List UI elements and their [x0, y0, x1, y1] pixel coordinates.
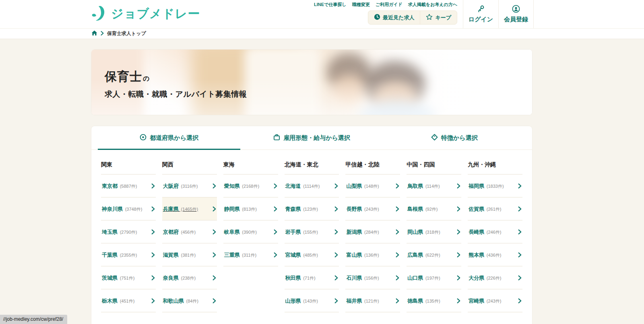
chevron-right-icon — [213, 298, 216, 303]
prefecture-link[interactable]: 和歌山県 (84件) — [162, 289, 217, 312]
selector-tabs: 都道府県から選択 雇用形態・給与から選択 特徴から選択 — [91, 126, 532, 150]
prefecture-count: (123件) — [303, 207, 318, 212]
prefecture-link[interactable]: 長崎県 (246件) — [468, 220, 522, 243]
prefecture-link[interactable]: 宮城県 (485件) — [285, 243, 339, 266]
chevron-right-icon — [457, 183, 460, 189]
prefecture-link[interactable]: 秋田県 (71件) — [285, 266, 339, 289]
link-post-jobs[interactable]: 求人掲載をお考えの方へ — [408, 2, 457, 8]
tab-label: 雇用形態・給与から選択 — [283, 134, 350, 142]
prefecture-link[interactable]: 長野県 (243件) — [345, 197, 400, 220]
chevron-right-icon — [151, 275, 155, 280]
region-title: 東海 — [223, 161, 278, 174]
prefecture-link[interactable]: 福岡県 (1833件) — [468, 174, 522, 197]
prefecture-name: 三重県 — [224, 252, 242, 258]
link-line-job-search[interactable]: LINEで仕事探し — [314, 2, 347, 8]
recent-jobs-button[interactable]: 最近見た求人 — [368, 11, 420, 24]
prefecture-link[interactable]: 熊本県 (436件) — [468, 243, 522, 266]
prefecture-link[interactable]: 新潟県 (284件) — [345, 220, 400, 243]
prefecture-link[interactable]: 富山県 (136件) — [345, 243, 400, 266]
prefecture-link[interactable]: 大阪府 (3116件) — [162, 174, 217, 197]
prefecture-name: 島根県 — [407, 206, 425, 212]
prefecture-count: (311件) — [242, 253, 256, 258]
prefecture-link[interactable]: 茨城県 (751件) — [101, 266, 156, 289]
prefecture-link[interactable]: 千葉県 (2355件) — [101, 243, 156, 266]
prefecture-list: 北海道 (1114件) 青森県 (123件) 岩手県 (155件) 宮城県 (4… — [285, 174, 339, 312]
prefecture-text: 福井県 (121件) — [346, 297, 379, 305]
prefecture-name: 京都府 — [163, 229, 180, 235]
login-button[interactable]: ログイン — [463, 0, 498, 28]
prefecture-name: 熊本県 — [469, 252, 486, 258]
prefecture-link[interactable]: 福井県 (121件) — [345, 289, 400, 312]
prefecture-text: 三重県 (311件) — [224, 251, 257, 259]
chevron-right-icon — [518, 252, 522, 258]
prefecture-name: 鳥取県 — [407, 183, 425, 189]
chevron-right-icon — [213, 183, 216, 189]
prefecture-count: (136件) — [364, 253, 379, 258]
prefecture-name: 兵庫県 — [163, 206, 180, 212]
tab-select-by-feature[interactable]: 特徴から選択 — [383, 126, 526, 150]
key-icon — [477, 5, 485, 14]
prefecture-count: (485件) — [303, 253, 318, 258]
prefecture-link[interactable]: 三重県 (311件) — [223, 243, 278, 266]
prefecture-link[interactable]: 島根県 (92件) — [407, 197, 461, 220]
keep-button[interactable]: キープ — [420, 11, 457, 24]
prefecture-link[interactable]: 奈良県 (238件) — [162, 266, 217, 289]
prefecture-count: (284件) — [364, 230, 379, 235]
region-column: 甲信越・北陸 山梨県 (148件) 長野県 (243件) 新潟県 (284件) … — [345, 161, 400, 312]
prefecture-link[interactable]: 東京都 (5887件) — [101, 174, 156, 197]
home-icon[interactable] — [91, 30, 97, 37]
prefecture-name: 福岡県 — [469, 183, 486, 189]
prefecture-count: (390件) — [242, 230, 257, 235]
prefecture-link[interactable]: 大分県 (226件) — [468, 266, 522, 289]
chevron-right-icon — [334, 183, 338, 189]
prefecture-name: 神奈川県 — [102, 206, 124, 212]
prefecture-link[interactable]: 山口県 (197件) — [407, 266, 461, 289]
prefecture-text: 鳥取県 (114件) — [407, 182, 440, 190]
prefecture-link[interactable]: 岐阜県 (390件) — [223, 220, 278, 243]
prefecture-text: 山口県 (197件) — [407, 274, 440, 282]
prefecture-link[interactable]: 北海道 (1114件) — [285, 174, 339, 197]
prefecture-count: (2355件) — [120, 253, 137, 258]
prefecture-link[interactable]: 鳥取県 (114件) — [407, 174, 461, 197]
prefecture-link[interactable]: 兵庫県 (1465件) — [162, 197, 217, 220]
prefecture-link[interactable]: 滋賀県 (381件) — [162, 243, 217, 266]
prefecture-count: (156件) — [364, 276, 379, 280]
link-user-guide[interactable]: ご利用ガイド — [376, 2, 402, 8]
prefecture-link[interactable]: 佐賀県 (261件) — [468, 197, 522, 220]
prefecture-text: 静岡県 (813件) — [224, 205, 257, 213]
prefecture-link[interactable]: 埼玉県 (2790件) — [101, 220, 156, 243]
prefecture-link[interactable]: 宮崎県 (243件) — [468, 289, 522, 312]
prefecture-text: 富山県 (136件) — [346, 251, 379, 259]
prefecture-link[interactable]: 岩手県 (155件) — [285, 220, 339, 243]
prefecture-link[interactable]: 徳島県 (135件) — [407, 289, 461, 312]
tab-select-by-prefecture[interactable]: 都道府県から選択 — [98, 126, 240, 150]
prefecture-name: 滋賀県 — [163, 252, 180, 258]
prefecture-link[interactable]: 山形県 (143件) — [285, 289, 339, 312]
tab-select-by-employment-salary[interactable]: 雇用形態・給与から選択 — [240, 126, 383, 150]
logo[interactable]: ジョブメドレー — [89, 4, 200, 23]
prefecture-name: 静岡県 — [224, 206, 242, 212]
prefecture-count: (92件) — [425, 207, 438, 212]
prefecture-text: 新潟県 (284件) — [346, 228, 379, 236]
prefecture-link[interactable]: 栃木県 (451件) — [101, 289, 156, 312]
link-change-occupation[interactable]: 職種変更 — [352, 2, 370, 8]
chevron-right-icon — [518, 183, 522, 189]
prefecture-link[interactable]: 岡山県 (318件) — [407, 220, 461, 243]
prefecture-name: 東京都 — [102, 183, 119, 189]
prefecture-link[interactable]: 静岡県 (813件) — [223, 197, 278, 220]
prefecture-link[interactable]: 京都府 (456件) — [162, 220, 217, 243]
prefecture-text: 島根県 (92件) — [407, 205, 438, 213]
prefecture-link[interactable]: 広島県 (622件) — [407, 243, 461, 266]
prefecture-link[interactable]: 神奈川県 (3748件) — [101, 197, 156, 220]
prefecture-count: (114件) — [425, 184, 440, 189]
prefecture-link[interactable]: 山梨県 (148件) — [345, 174, 400, 197]
region-column: 九州・沖縄 福岡県 (1833件) 佐賀県 (261件) 長崎県 (246件) … — [468, 161, 522, 312]
prefecture-link[interactable]: 石川県 (156件) — [345, 266, 400, 289]
signup-button[interactable]: 会員登録 — [498, 0, 534, 28]
prefecture-count: (238件) — [181, 276, 196, 280]
prefecture-count: (143件) — [303, 299, 318, 303]
prefecture-link[interactable]: 青森県 (123件) — [285, 197, 339, 220]
prefecture-text: 茨城県 (751件) — [102, 274, 134, 282]
prefecture-link[interactable]: 愛知県 (2168件) — [223, 174, 278, 197]
chevron-right-icon — [213, 252, 216, 258]
